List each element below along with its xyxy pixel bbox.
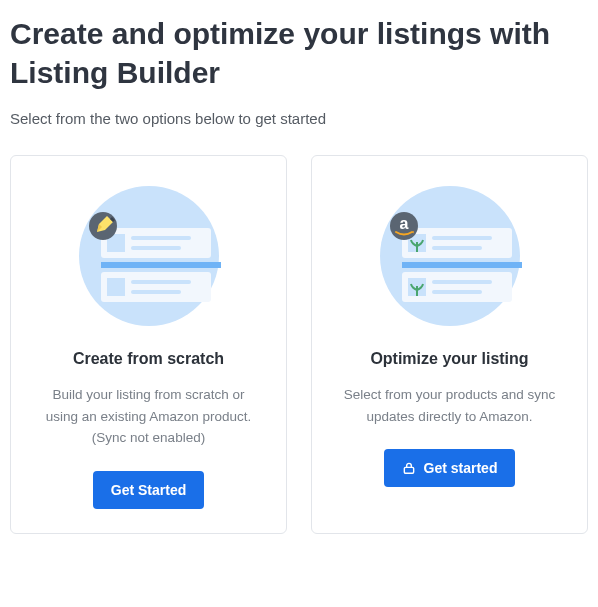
card-create-from-scratch: Create from scratch Build your listing f… xyxy=(10,155,287,534)
svg-rect-3 xyxy=(131,236,191,240)
pencil-icon xyxy=(89,212,117,240)
page-subtitle: Select from the two options below to get… xyxy=(10,110,588,127)
svg-rect-28 xyxy=(404,468,413,474)
illustration-optimize: a xyxy=(360,176,540,336)
card-desc: Build your listing from scratch or using… xyxy=(31,384,266,449)
button-label: Get Started xyxy=(111,482,186,498)
svg-text:a: a xyxy=(399,215,408,232)
svg-rect-20 xyxy=(402,262,522,268)
svg-rect-18 xyxy=(432,236,492,240)
svg-rect-7 xyxy=(107,278,125,296)
page-title: Create and optimize your listings with L… xyxy=(10,14,588,92)
svg-rect-8 xyxy=(131,280,191,284)
card-optimize-listing: a Optimize your listing Select from your… xyxy=(311,155,588,534)
svg-rect-9 xyxy=(131,290,181,294)
amazon-icon: a xyxy=(390,212,418,240)
svg-rect-25 xyxy=(432,290,482,294)
button-label: Get started xyxy=(424,460,498,476)
card-row: Create from scratch Build your listing f… xyxy=(10,155,588,534)
get-started-button[interactable]: Get started xyxy=(384,449,516,487)
lock-icon xyxy=(402,461,416,475)
card-title: Optimize your listing xyxy=(370,350,528,368)
illustration-scratch xyxy=(59,176,239,336)
svg-rect-24 xyxy=(432,280,492,284)
get-started-button[interactable]: Get Started xyxy=(93,471,204,509)
card-title: Create from scratch xyxy=(73,350,224,368)
svg-rect-4 xyxy=(131,246,181,250)
card-desc: Select from your products and sync updat… xyxy=(332,384,567,427)
svg-rect-19 xyxy=(432,246,482,250)
svg-rect-5 xyxy=(101,262,221,268)
